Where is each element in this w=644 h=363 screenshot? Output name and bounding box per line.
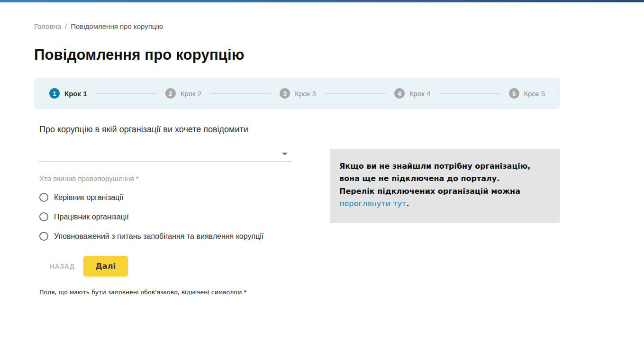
step-2-circle: 2	[165, 88, 176, 99]
step-1-label: Крок 1	[64, 90, 87, 98]
radio-button-icon[interactable]	[39, 232, 48, 241]
report-form: Про корупцію в якій організації ви хочет…	[39, 123, 298, 296]
radio-button-icon[interactable]	[39, 193, 48, 202]
wizard-stepper: 1 Крок 1 2 Крок 2 3 Крок 3 4 Крок 4 5 Кр…	[34, 78, 560, 109]
form-buttons: НАЗАД Далі	[39, 256, 298, 276]
breadcrumb-separator: /	[65, 22, 67, 30]
stepper-step-4: 4 Крок 4	[394, 88, 431, 99]
step-connector	[325, 93, 386, 94]
content-area: Про корупцію в якій організації ви хочет…	[34, 123, 560, 296]
required-fields-footnote: Поля, що мають бути заповнені обов'язков…	[39, 289, 298, 296]
radio-option-label: Уповноважений з питань запобігання та ви…	[54, 232, 263, 241]
step-4-circle: 4	[394, 88, 405, 99]
info-panel-text-2-prefix: Перелік підключених організацій можна	[339, 187, 520, 196]
stepper-step-1: 1 Крок 1	[49, 88, 87, 99]
step-5-label: Крок 5	[524, 90, 545, 98]
back-button[interactable]: НАЗАД	[50, 263, 75, 270]
organization-select[interactable]	[39, 145, 291, 162]
info-panel-text-1: Якщо ви не знайшли потрібну організацію,…	[339, 160, 551, 185]
step-5-circle: 5	[509, 88, 519, 99]
stepper-step-3: 3 Крок 3	[280, 88, 316, 99]
breadcrumb-home-link[interactable]: Головна	[34, 22, 61, 30]
radio-option-pratsivnyk[interactable]: Працівник організації	[39, 212, 298, 221]
breadcrumb: Головна / Повідомлення про корупцію	[34, 22, 560, 30]
page-title: Повідомлення про корупцію	[34, 46, 560, 64]
radio-option-upovnovazhenyi[interactable]: Уповноважений з питань запобігання та ви…	[39, 232, 298, 241]
view-organizations-link[interactable]: переглянути тут	[339, 199, 406, 208]
step-3-circle: 3	[280, 88, 290, 99]
step-connector	[96, 93, 157, 94]
page-container: Головна / Повідомлення про корупцію Пові…	[34, 22, 560, 296]
info-panel-text-2-suffix: .	[406, 199, 409, 208]
form-question: Про корупцію в якій організації ви хочет…	[39, 123, 253, 136]
step-1-circle: 1	[49, 88, 60, 99]
info-panel: Якщо ви не знайшли потрібну організацію,…	[330, 149, 560, 223]
step-4-label: Крок 4	[409, 90, 431, 98]
breadcrumb-current: Повідомлення про корупцію	[71, 22, 163, 30]
chevron-down-icon	[282, 153, 288, 155]
radio-group-label: Хто вчинив правопорушення *	[39, 174, 298, 182]
step-2-label: Крок 2	[181, 90, 202, 98]
next-button[interactable]: Далі	[83, 256, 128, 276]
radio-option-kerivnyk[interactable]: Керівник організації	[39, 193, 298, 202]
stepper-step-2: 2 Крок 2	[165, 88, 202, 99]
radio-option-label: Працівник організації	[54, 213, 129, 221]
step-connector	[439, 93, 500, 94]
stepper-step-5: 5 Крок 5	[509, 88, 545, 99]
top-accent-bar	[0, 0, 644, 2]
step-connector	[210, 93, 271, 94]
radio-option-label: Керівник організації	[54, 193, 123, 202]
info-column: Якщо ви не знайшли потрібну організацію,…	[330, 149, 560, 296]
step-3-label: Крок 3	[295, 90, 316, 98]
radio-button-icon[interactable]	[39, 212, 48, 221]
info-panel-text-2: Перелік підключених організацій можна пе…	[339, 185, 551, 210]
